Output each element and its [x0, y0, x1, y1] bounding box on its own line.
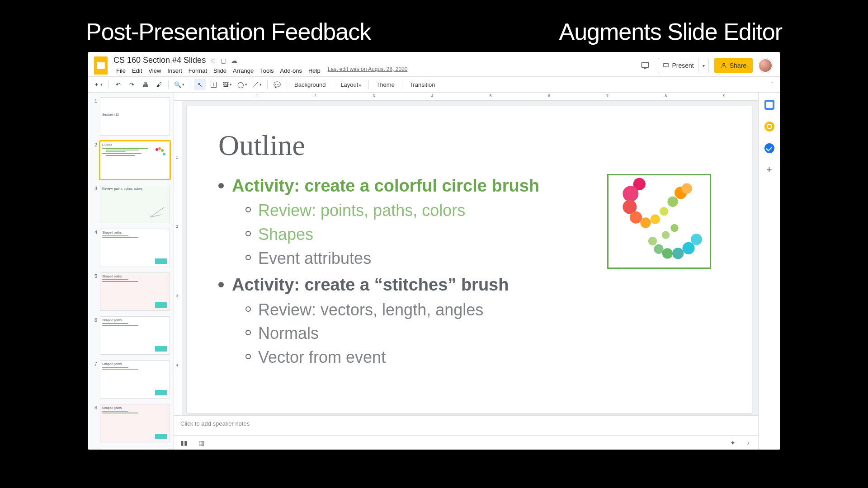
- menu-insert[interactable]: Insert: [165, 66, 185, 75]
- star-icon[interactable]: ☆: [210, 57, 216, 64]
- slide-thumbnail[interactable]: Section #12: [100, 97, 170, 136]
- ruler-tick: 2: [314, 94, 316, 98]
- vertical-ruler[interactable]: 1 2 3 4: [174, 101, 182, 415]
- present-dropdown[interactable]: ▾: [698, 58, 708, 73]
- account-avatar[interactable]: [758, 58, 773, 73]
- menu-bar: File Edit View Insert Format Slide Arran…: [113, 66, 633, 75]
- slide-thumbnail[interactable]: Shaped paths: [100, 360, 170, 399]
- layout-button[interactable]: Layout▾: [337, 81, 365, 88]
- svg-point-14: [640, 217, 651, 228]
- bullet-text[interactable]: Review: vectors, length, angles: [258, 299, 483, 321]
- bullet-text[interactable]: Activity: create a “stitches” brush: [232, 274, 509, 296]
- workspace: 1 Section #12 2 Outline 3: [88, 93, 780, 450]
- slide-thumbnail[interactable]: Outline: [100, 141, 170, 179]
- present-button[interactable]: Present: [658, 58, 698, 73]
- background-button[interactable]: Background: [291, 81, 329, 88]
- redo-button[interactable]: ↷: [126, 79, 137, 90]
- slide-thumbnail[interactable]: Shaped paths: [100, 448, 170, 450]
- slide-canvas[interactable]: Outline Activity: create a colorful circ…: [187, 106, 752, 413]
- thumb-number: 2: [92, 141, 97, 147]
- filmstrip-view-icon[interactable]: ▮▮: [179, 437, 189, 448]
- keep-icon[interactable]: [764, 122, 774, 131]
- slides-logo-icon[interactable]: [93, 55, 109, 76]
- shape-tool[interactable]: ◯▾: [236, 79, 249, 90]
- zoom-button[interactable]: 🔍▾: [172, 79, 186, 90]
- svg-point-20: [648, 237, 657, 245]
- last-edit-link[interactable]: Last edit was on August 28, 2020: [328, 66, 408, 75]
- ruler-tick: 4: [176, 363, 178, 367]
- slide-thumbnail[interactable]: Shaped paths: [100, 316, 170, 355]
- subbullet-icon: [245, 354, 251, 359]
- explore-icon[interactable]: ✦: [727, 437, 738, 448]
- calendar-icon[interactable]: [764, 100, 774, 110]
- canvas-area[interactable]: Outline Activity: create a colorful circ…: [182, 101, 758, 415]
- slide-thumbnail[interactable]: Shaped paths: [100, 272, 170, 311]
- share-button[interactable]: Share: [714, 58, 753, 73]
- subbullet-icon: [245, 306, 251, 312]
- comment-button[interactable]: 💬: [271, 79, 283, 90]
- theme-button[interactable]: Theme: [373, 81, 398, 88]
- menu-slide[interactable]: Slide: [211, 66, 229, 75]
- ruler-tick: 9: [723, 94, 725, 98]
- paint-format-button[interactable]: 🖌: [153, 79, 165, 90]
- svg-point-26: [670, 224, 678, 232]
- overlay-title-left: Post-Presentation Feedback: [86, 18, 371, 45]
- line-tool[interactable]: ／▾: [251, 79, 264, 90]
- bullet-text[interactable]: Review: points, paths, colors: [258, 200, 465, 222]
- slides-editor-window: CS 160 Section #4 Slides ☆ ▢ ☁ File Edit…: [88, 52, 780, 450]
- ruler-tick: 1: [176, 155, 178, 160]
- subbullet-icon: [245, 255, 251, 260]
- select-tool[interactable]: ↖: [194, 79, 206, 90]
- grid-view-icon[interactable]: ▦: [196, 437, 207, 448]
- thumb-number: 9: [92, 448, 97, 450]
- ruler-tick: 3: [373, 94, 375, 98]
- transition-button[interactable]: Transition: [406, 81, 439, 88]
- collapse-toolbar-icon[interactable]: ˆ: [767, 81, 776, 88]
- menu-addons[interactable]: Add-ons: [278, 66, 305, 75]
- menu-view[interactable]: View: [146, 66, 164, 75]
- move-icon[interactable]: ▢: [221, 57, 226, 64]
- canvas-column: 1 2 3 4 5 6 7 8 9 1 2 3 4: [174, 93, 758, 450]
- thumb-number: 5: [92, 272, 97, 279]
- bullet-text[interactable]: Event attributes: [258, 248, 371, 270]
- menu-arrange[interactable]: Arrange: [230, 66, 256, 75]
- horizontal-ruler[interactable]: 1 2 3 4 5 6 7 8 9: [174, 93, 758, 101]
- menu-help[interactable]: Help: [306, 66, 323, 75]
- print-button[interactable]: 🖶: [139, 79, 151, 90]
- add-addon-icon[interactable]: +: [766, 165, 772, 175]
- image-tool[interactable]: 🖼▾: [221, 79, 234, 90]
- status-bar: ▮▮ ▦ ✦ ›: [174, 435, 758, 450]
- speaker-notes[interactable]: Click to add speaker notes: [174, 415, 758, 435]
- bullet-text[interactable]: Shapes: [258, 224, 313, 246]
- undo-button[interactable]: ↶: [112, 79, 124, 90]
- menu-tools[interactable]: Tools: [257, 66, 276, 75]
- thumb-title: Shaped paths: [102, 319, 168, 322]
- document-title[interactable]: CS 160 Section #4 Slides: [113, 56, 206, 65]
- ruler-tick: 6: [548, 94, 550, 98]
- bullet-text[interactable]: Activity: create a colorful circle brush: [232, 175, 539, 197]
- bullet-text[interactable]: Normals: [258, 323, 319, 345]
- brush-example-image[interactable]: [607, 174, 711, 269]
- ruler-tick: 8: [665, 94, 667, 98]
- bullet-text[interactable]: Vector from event: [258, 347, 386, 369]
- menu-file[interactable]: File: [113, 66, 128, 75]
- slide-thumbnail[interactable]: Review: paths, points, colors: [100, 185, 170, 223]
- menu-edit[interactable]: Edit: [129, 66, 145, 75]
- bullet-icon: [218, 183, 224, 188]
- slide-title[interactable]: Outline: [218, 129, 720, 162]
- chevron-right-icon[interactable]: ›: [743, 437, 754, 448]
- subbullet-icon: [245, 231, 251, 236]
- tasks-icon[interactable]: [764, 143, 774, 153]
- svg-point-4: [156, 148, 158, 151]
- thumb-title: Shaped paths: [102, 406, 168, 409]
- textbox-tool[interactable]: 🅃: [208, 79, 219, 90]
- thumb-title: Review: paths, points, colors: [102, 187, 168, 190]
- filmstrip[interactable]: 1 Section #12 2 Outline 3: [88, 93, 174, 450]
- new-slide-button[interactable]: ＋▾: [92, 79, 104, 90]
- slide-thumbnail[interactable]: Shaped paths: [100, 404, 170, 442]
- cloud-status-icon[interactable]: ☁: [231, 57, 237, 64]
- svg-point-25: [691, 234, 702, 245]
- menu-format[interactable]: Format: [186, 66, 210, 75]
- slide-thumbnail[interactable]: Shaped paths: [100, 229, 170, 267]
- slideshow-icon[interactable]: [638, 58, 652, 73]
